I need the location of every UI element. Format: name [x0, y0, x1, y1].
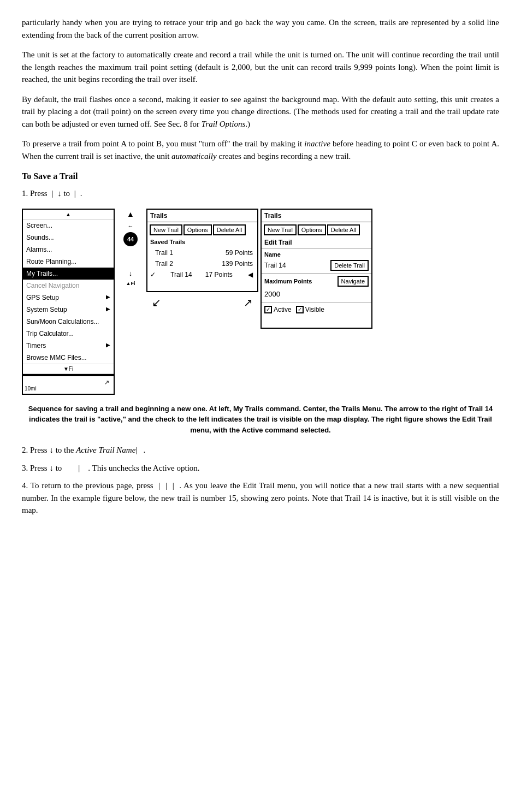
trail-14-name: Trail 14	[170, 270, 192, 280]
paragraph-2: The unit is set at the factory to automa…	[22, 49, 499, 86]
edit-new-trail-button[interactable]: New Trail	[264, 224, 297, 235]
edit-panel-title: Trails	[262, 210, 371, 222]
arrow-nw: ↙	[152, 294, 161, 311]
menu-item-timers[interactable]: Timers	[23, 340, 114, 352]
caption: Sequence for saving a trail and beginnin…	[22, 404, 499, 436]
paragraph-3: By default, the trail flashes once a sec…	[22, 93, 499, 131]
navigate-button[interactable]: Navigate	[338, 276, 369, 287]
edit-options-button[interactable]: Options	[298, 224, 326, 235]
cursor-icon: ↗	[104, 378, 109, 387]
trails-btn-row: New Trail Options Delete All	[147, 222, 257, 236]
menu-item-browse-mmc[interactable]: Browse MMC Files...	[23, 352, 114, 364]
trail-14-check: ✓	[150, 270, 156, 280]
trail-14-active-arrow: ◀	[248, 270, 253, 280]
arrow-ne: ↗	[244, 294, 253, 311]
left-column: ▲ Screen... Sounds... Alarms... Route Pl…	[22, 209, 115, 395]
menu-item-system-setup[interactable]: System Setup	[23, 304, 114, 316]
arrows-below-center: ↙ ↗	[146, 292, 258, 313]
name-label: Name	[264, 250, 369, 259]
trail-1-points: 59 Points	[226, 248, 253, 258]
paragraph-4: To preserve a trail from point A to poin…	[22, 138, 499, 162]
map-area: 10mi ↗	[22, 375, 115, 395]
menu-item-alarms[interactable]: Alarms...	[23, 244, 114, 256]
trail-2-points: 139 Points	[222, 259, 253, 269]
menu-item-gps-setup[interactable]: GPS Setup	[23, 292, 114, 304]
trail-2-name: Trail 2	[155, 259, 173, 269]
left-menu-panel: ▲ Screen... Sounds... Alarms... Route Pl…	[22, 209, 115, 375]
delete-trail-button[interactable]: Delete Trail	[330, 260, 369, 271]
edit-trail-panel: Trails New Trail Options Delete All Edit…	[260, 209, 372, 329]
max-points-label: Maximum Points	[264, 277, 312, 286]
visible-checkbox-item[interactable]: ✓ Visible	[296, 305, 324, 315]
panel-separator-left: ▲ ← 44 ↓ ▲Fi	[117, 209, 144, 288]
options-button[interactable]: Options	[183, 224, 212, 235]
menu-item-screen[interactable]: Screen...	[23, 220, 114, 232]
trail-14-points: 17 Points	[205, 270, 233, 280]
arrow-up-icon: ▲	[127, 209, 134, 220]
visible-checkbox[interactable]: ✓	[296, 306, 304, 313]
step-2: 2. Press ↓ to the Active Trail Name| .	[22, 444, 499, 457]
menu-item-sounds[interactable]: Sounds...	[23, 232, 114, 244]
trail-1-name: Trail 1	[155, 248, 173, 258]
trail-row-2[interactable]: Trail 2 139 Points	[147, 258, 257, 269]
saved-trails-label: Saved Trails	[147, 236, 257, 248]
active-checkbox[interactable]: ✓	[264, 306, 272, 313]
badge-number: 44	[123, 232, 138, 246]
down-arrow-left: ↓	[129, 268, 133, 279]
edit-btn-row: New Trail Options Delete All	[262, 222, 371, 236]
ui-screenshot: ▲ Screen... Sounds... Alarms... Route Pl…	[22, 209, 499, 395]
step-3: 3. Press ↓ to | . This unchecks the Acti…	[22, 462, 499, 475]
trail-row-14[interactable]: ✓ Trail 14 17 Points ◀	[147, 269, 257, 280]
menu-item-cancel-nav[interactable]: Cancel Navigation	[23, 280, 114, 292]
edit-trail-label: Edit Trail	[262, 236, 371, 249]
trail-name-value: Trail 14	[264, 260, 286, 270]
center-column: Trails New Trail Options Delete All Save…	[146, 209, 258, 313]
scroll-down-indicator: ▼Fi	[23, 364, 114, 374]
scroll-up-indicator: ▲	[23, 210, 114, 220]
new-trail-button[interactable]: New Trail	[150, 224, 182, 235]
menu-item-sun-moon[interactable]: Sun/Moon Calculations...	[23, 316, 114, 328]
gps-icon-text: ▲Fi	[126, 280, 135, 288]
active-label: Active	[274, 305, 292, 315]
trails-panel: Trails New Trail Options Delete All Save…	[146, 209, 258, 293]
step-1: 1. Press | ↓ to | .	[22, 187, 499, 200]
delete-all-button[interactable]: Delete All	[213, 224, 246, 235]
map-scale-label: 10mi	[25, 384, 37, 393]
menu-item-my-trails[interactable]: My Trails...	[23, 268, 114, 280]
menu-item-route-planning[interactable]: Route Planning...	[23, 256, 114, 268]
checkbox-row: ✓ Active ✓ Visible	[262, 303, 371, 317]
paragraph-1: particularly handy when you are trying t…	[22, 16, 499, 41]
menu-item-trip-calc[interactable]: Trip Calculator...	[23, 328, 114, 340]
active-checkbox-item[interactable]: ✓ Active	[264, 305, 292, 315]
edit-delete-all-button[interactable]: Delete All	[327, 224, 360, 235]
name-section: Name Trail 14 Delete Trail	[262, 249, 371, 274]
max-points-value: 2000	[264, 288, 369, 301]
trail-row-1[interactable]: Trail 1 59 Points	[147, 247, 257, 258]
step-4: 4. To return to the previous page, press…	[22, 479, 499, 517]
name-value-row: Trail 14 Delete Trail	[264, 260, 369, 271]
max-points-row: Maximum Points Navigate	[264, 276, 369, 287]
trails-panel-title: Trails	[147, 210, 257, 222]
max-points-section: Maximum Points Navigate 2000	[262, 274, 371, 303]
visible-label: Visible	[305, 305, 324, 315]
section-heading: To Save a Trail	[22, 170, 499, 183]
